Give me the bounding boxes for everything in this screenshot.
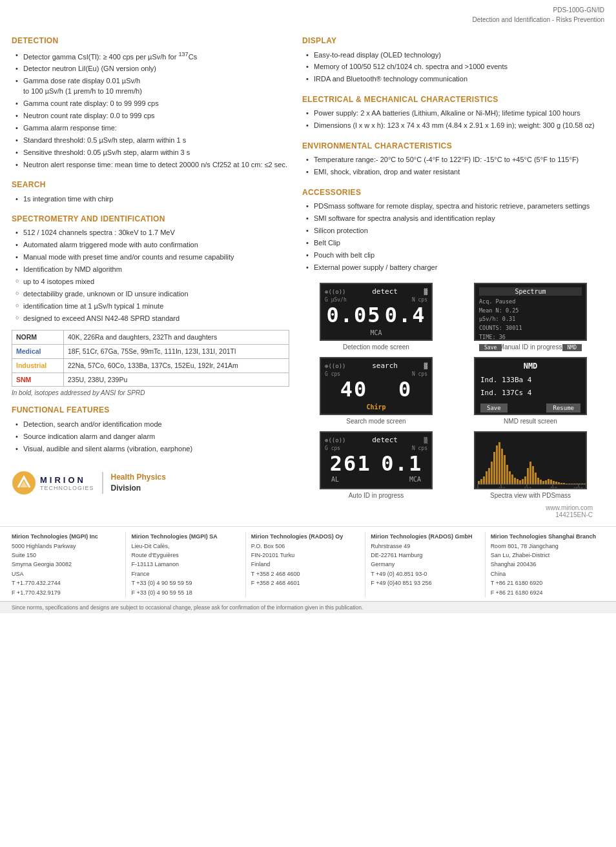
list-item: External power supply / battery charger <box>305 261 604 274</box>
svg-rect-15 <box>511 475 513 484</box>
spectrum-caption: Manual ID in progress <box>499 343 562 351</box>
list-item: EMI, shock, vibration, drop and water re… <box>305 167 604 179</box>
list-item: Identification by NMD algorithm <box>14 264 289 276</box>
nmd-save-btn[interactable]: Save <box>480 403 508 413</box>
norm-cat: Industrial <box>12 358 64 372</box>
footer-addr1: Lieu-Dit Calès, <box>131 542 240 551</box>
table-row: NORM 40K, 226Ra and daughters, 232Th and… <box>12 331 289 345</box>
spectrometry-title: SPECTROMETRY AND IDENTIFICATION <box>12 214 289 223</box>
list-item: Neutron alert response time: mean time t… <box>14 159 289 171</box>
list-item: detectabiliby grade, unknown or ID unsur… <box>14 289 289 301</box>
svg-rect-13 <box>506 465 508 484</box>
svg-rect-24 <box>535 473 537 484</box>
footer-company: Mirion Technologies (MGPI) Inc <box>12 532 120 541</box>
norm-isotopes: 18F, 51Cr, 67Ga, 75Se, 99mTc, 111In, 123… <box>64 345 289 359</box>
footer-addr1: Ruhrstrasse 49 <box>371 542 479 551</box>
main-content: DETECTION Detector gamma CsI(Tl): ≥ 400 … <box>0 27 616 518</box>
footer-country: Finland <box>251 560 360 569</box>
lcd-top-detect: ⊕((o)) detect ▓ <box>325 287 427 296</box>
svg-rect-26 <box>540 480 542 484</box>
screen-spectrum: Spectrum Acq. Paused Mean N: 0.25 µSv/h:… <box>457 283 604 351</box>
division-line1: Health Physics <box>111 472 166 483</box>
svg-text:256: 256 <box>498 486 506 489</box>
list-item: Power supply: 2 x AA batteries (Lithium,… <box>305 108 604 120</box>
website-url: www.mirion.com <box>302 504 593 511</box>
svg-rect-10 <box>498 442 500 484</box>
list-item: 512 / 1024 channels spectra : 30keV to 1… <box>14 227 289 240</box>
svg-rect-30 <box>550 480 552 484</box>
list-item: Manual mode with preset time and/or coun… <box>14 252 289 264</box>
table-note: In bold, isotopes addressed by ANSI for … <box>12 389 289 396</box>
footer-company: Mirion Technologies Shanghai Branch <box>491 532 599 541</box>
list-item: identification time at 1 µSv/h typical 1… <box>14 301 289 313</box>
list-item: Easy-to-read display (OLED technology) <box>305 49 604 61</box>
display-title: DISPLAY <box>302 36 604 45</box>
lcd-label-search: G cps N cps <box>325 371 427 377</box>
norm-isotopes: 22Na, 57Co, 60Co, 133Ba, 137Cs, 152Eu, 1… <box>64 358 289 372</box>
svg-rect-14 <box>509 471 511 484</box>
footer-addr2: FIN-20101 Turku <box>251 551 360 560</box>
detect-label-auto: detect <box>372 436 398 444</box>
search-label: search <box>372 362 398 370</box>
footer-company: Mirion Technologies (RADOS) GmbH <box>371 532 479 541</box>
footer-addr2: Route d'Eyguières <box>131 551 240 560</box>
lcd-top-search: ⊕((o)) search ▓ <box>325 362 427 370</box>
nmd-results: Ind. 133Ba 4 Ind. 137Cs 4 <box>480 374 580 400</box>
list-item: Standard threshold: 0.5 µSv/h step, alar… <box>14 134 289 147</box>
screen-search: ⊕((o)) search ▓ G cps N cps 40 0 Chirp S… <box>302 357 450 425</box>
svg-rect-3 <box>480 479 482 484</box>
lcd-auto-id: ⊕((o)) detect ▒ G cps N cps 261 0.1 AL <box>320 431 433 489</box>
list-item: Sensitive threshold: 0.05 µSv/h step, al… <box>14 147 289 159</box>
search-caption: Search mode screen <box>346 418 406 425</box>
footer-bottom-note: Since norms, specifications and designs … <box>0 601 616 613</box>
mirion-logo: MIRION TECHNOLOGIES <box>12 471 94 495</box>
norm-cat: NORM <box>12 331 64 345</box>
norm-cat: Medical <box>12 345 64 359</box>
svg-rect-27 <box>542 481 544 484</box>
spectrum-nmd-btn[interactable]: NMD <box>562 344 582 351</box>
mirion-sub: TECHNOLOGIES <box>40 485 94 491</box>
detect-neutron-value: 0.4 <box>385 303 426 327</box>
lcd-spectrum: Spectrum Acq. Paused Mean N: 0.25 µSv/h:… <box>474 283 587 341</box>
lcd-nmd: NMD Ind. 133Ba 4 Ind. 137Cs 4 Save Resum… <box>474 357 587 415</box>
svg-rect-23 <box>532 466 534 484</box>
svg-rect-21 <box>527 468 529 484</box>
division-line2: Division <box>111 483 166 494</box>
functional-list: Detection, search and/or identification … <box>12 418 289 455</box>
doc-ref: 144215EN-C <box>302 511 593 518</box>
left-column: DETECTION Detector gamma CsI(Tl): ≥ 400 … <box>12 27 289 518</box>
electrical-list: Power supply: 2 x AA batteries (Lithium,… <box>302 108 604 132</box>
svg-rect-6 <box>488 468 490 484</box>
detect-caption: Detection mode screen <box>343 343 409 351</box>
nmd-resume-btn[interactable]: Resume <box>546 403 580 413</box>
nmd-buttons: Save Resume <box>480 403 580 413</box>
footer-addr2: Suite 150 <box>12 551 120 560</box>
list-item: Neutron count rate display: 0.0 to 999 c… <box>14 110 289 122</box>
footer-fax: F +358 2 468 4601 <box>251 578 360 587</box>
wifi-icon-auto: ⊕((o)) <box>325 437 346 444</box>
screens-area: ⊕((o)) detect ▓ G µSv/h N cps 0.05 0.4 M… <box>302 283 604 499</box>
footer-addr1: Room 801, 78 Jiangchang <box>491 542 599 551</box>
footer-fax: F +86 21 6180 6924 <box>491 588 599 597</box>
list-item: Detection, search and/or identification … <box>14 418 289 431</box>
list-item: Visual, audible and silent alarms (vibra… <box>14 443 289 455</box>
nmd-result-2: Ind. 137Cs 4 <box>480 387 580 400</box>
svg-rect-16 <box>514 478 516 484</box>
list-item: Gamma alarm response time: <box>14 122 289 134</box>
nmd-caption: NMD result screen <box>504 418 557 425</box>
doc-id: PDS-100G-GN/ID <box>0 5 604 15</box>
screen-spectra-view: 0 256 512 768 1024 Spectra view with PDS… <box>457 431 604 499</box>
spectrometry-list: 512 / 1024 channels spectra : 30keV to 1… <box>12 227 289 325</box>
table-row: Industrial 22Na, 57Co, 60Co, 133Ba, 137C… <box>12 358 289 372</box>
footer-col-china: Mirion Technologies Shanghai Branch Room… <box>486 532 604 597</box>
nmd-title: NMD <box>480 362 580 371</box>
svg-rect-22 <box>529 462 531 484</box>
battery-icon: ▓ <box>424 289 427 295</box>
footer-addr3: Smyrna Georgia 30082 <box>12 560 120 569</box>
list-item: Source indication alarm and danger alarm <box>14 431 289 443</box>
svg-text:512: 512 <box>524 486 531 489</box>
footer-country: Germany <box>371 560 479 569</box>
footer-contact: Mirion Technologies (MGPI) Inc 5000 High… <box>0 526 616 597</box>
accessories-title: ACCESSORIES <box>302 188 604 197</box>
lcd-bottom-detect: MCA <box>325 329 427 336</box>
